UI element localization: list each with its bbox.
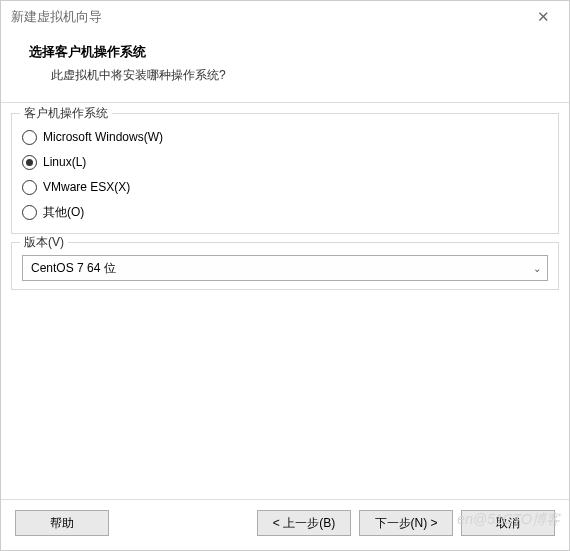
back-label: < 上一步(B) [273,515,335,532]
chevron-down-icon: ⌄ [533,263,541,274]
page-title: 选择客户机操作系统 [29,43,547,61]
os-legend: 客户机操作系统 [20,105,112,122]
os-fieldset: 客户机操作系统 Microsoft Windows(W) Linux(L) VM… [11,113,559,234]
footer: 帮助 < 上一步(B) 下一步(N) > 取消 [1,499,569,550]
next-label: 下一步(N) > [375,515,438,532]
close-icon[interactable]: ✕ [523,8,563,26]
page-subtitle: 此虚拟机中将安装哪种操作系统? [29,67,547,84]
back-button[interactable]: < 上一步(B) [257,510,351,536]
version-select[interactable]: CentOS 7 64 位 ⌄ [22,255,548,281]
version-fieldset: 版本(V) CentOS 7 64 位 ⌄ [11,242,559,290]
help-button[interactable]: 帮助 [15,510,109,536]
window-title: 新建虚拟机向导 [11,8,102,26]
version-legend: 版本(V) [20,234,68,251]
radio-label: 其他(O) [43,204,84,221]
titlebar: 新建虚拟机向导 ✕ [1,1,569,33]
radio-other[interactable]: 其他(O) [22,200,548,224]
radio-vmware-esx[interactable]: VMware ESX(X) [22,175,548,199]
radio-linux[interactable]: Linux(L) [22,150,548,174]
radio-label: Microsoft Windows(W) [43,130,163,144]
cancel-button[interactable]: 取消 [461,510,555,536]
radio-icon [22,155,37,170]
radio-icon [22,130,37,145]
wizard-header: 选择客户机操作系统 此虚拟机中将安装哪种操作系统? [1,33,569,102]
content-area: 客户机操作系统 Microsoft Windows(W) Linux(L) VM… [1,103,569,499]
version-selected-text: CentOS 7 64 位 [31,260,116,277]
radio-icon [22,205,37,220]
cancel-label: 取消 [496,515,520,532]
radio-dot-icon [26,159,33,166]
radio-icon [22,180,37,195]
next-button[interactable]: 下一步(N) > [359,510,453,536]
help-label: 帮助 [50,515,74,532]
radio-windows[interactable]: Microsoft Windows(W) [22,125,548,149]
radio-label: VMware ESX(X) [43,180,130,194]
wizard-window: 新建虚拟机向导 ✕ 选择客户机操作系统 此虚拟机中将安装哪种操作系统? 客户机操… [0,0,570,551]
radio-label: Linux(L) [43,155,86,169]
